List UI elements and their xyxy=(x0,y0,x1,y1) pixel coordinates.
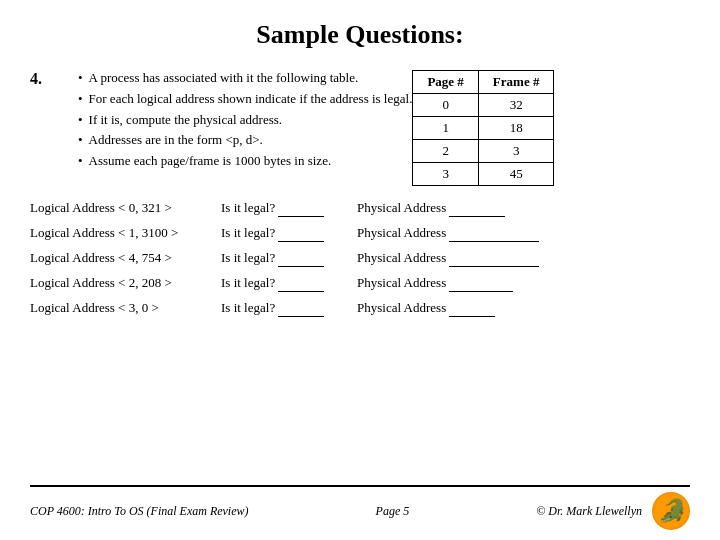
blank-physical-4[interactable] xyxy=(449,300,495,317)
footer-right-group: © Dr. Mark Llewellyn 🐊 xyxy=(536,492,690,530)
qa-row-2: Logical Address < 4, 754 > Is it legal? … xyxy=(30,250,690,267)
qa-row-4: Logical Address < 3, 0 > Is it legal? Ph… xyxy=(30,300,690,317)
blank-legal-0[interactable] xyxy=(278,200,324,217)
bullet-5: Assume each page/frame is 1000 bytes in … xyxy=(78,151,412,172)
bullet-list: A process has associated with it the fol… xyxy=(48,68,412,172)
footer-center: Page 5 xyxy=(376,504,410,519)
logical-1: Logical Address < 1, 3100 > xyxy=(30,225,215,241)
page-frame-table: Page # Frame # 0 32 1 18 2 3 xyxy=(412,70,554,186)
cell-frame-2: 3 xyxy=(478,140,554,163)
bullet-3: If it is, compute the physical address. xyxy=(78,110,412,131)
bullet-1: A process has associated with it the fol… xyxy=(78,68,412,89)
physical-0: Physical Address xyxy=(357,200,505,217)
is-legal-1: Is it legal? xyxy=(221,225,351,242)
page: Sample Questions: 4. A process has assoc… xyxy=(0,0,720,540)
blank-physical-1[interactable] xyxy=(449,225,539,242)
bullet-2: For each logical address shown indicate … xyxy=(78,89,412,110)
col-page: Page # xyxy=(413,71,478,94)
table-section: Page # Frame # 0 32 1 18 2 3 xyxy=(412,68,572,186)
question-number: 4. xyxy=(30,70,42,88)
footer-right: © Dr. Mark Llewellyn xyxy=(536,504,642,519)
question-block: 4. A process has associated with it the … xyxy=(30,68,412,186)
blank-physical-0[interactable] xyxy=(449,200,505,217)
blank-legal-2[interactable] xyxy=(278,250,324,267)
logical-3: Logical Address < 2, 208 > xyxy=(30,275,215,291)
bullet-4: Addresses are in the form <p, d>. xyxy=(78,130,412,151)
blank-legal-1[interactable] xyxy=(278,225,324,242)
is-legal-0: Is it legal? xyxy=(221,200,351,217)
is-legal-4: Is it legal? xyxy=(221,300,351,317)
physical-2: Physical Address xyxy=(357,250,539,267)
cell-frame-3: 45 xyxy=(478,163,554,186)
table-row: 3 45 xyxy=(413,163,554,186)
cell-frame-0: 32 xyxy=(478,94,554,117)
table-row: 1 18 xyxy=(413,117,554,140)
is-legal-3: Is it legal? xyxy=(221,275,351,292)
footer-left: COP 4600: Intro To OS (Final Exam Review… xyxy=(30,504,249,519)
cell-page-2: 2 xyxy=(413,140,478,163)
gator-icon: 🐊 xyxy=(652,492,690,530)
cell-frame-1: 18 xyxy=(478,117,554,140)
logical-2: Logical Address < 4, 754 > xyxy=(30,250,215,266)
qa-row-0: Logical Address < 0, 321 > Is it legal? … xyxy=(30,200,690,217)
cell-page-0: 0 xyxy=(413,94,478,117)
table-row: 2 3 xyxy=(413,140,554,163)
footer: COP 4600: Intro To OS (Final Exam Review… xyxy=(30,485,690,530)
qa-section: Logical Address < 0, 321 > Is it legal? … xyxy=(30,200,690,325)
col-frame: Frame # xyxy=(478,71,554,94)
qa-row-3: Logical Address < 2, 208 > Is it legal? … xyxy=(30,275,690,292)
cell-page-1: 1 xyxy=(413,117,478,140)
blank-physical-2[interactable] xyxy=(449,250,539,267)
page-title: Sample Questions: xyxy=(30,20,690,50)
blank-legal-3[interactable] xyxy=(278,275,324,292)
table-row: 0 32 xyxy=(413,94,554,117)
logical-0: Logical Address < 0, 321 > xyxy=(30,200,215,216)
physical-1: Physical Address xyxy=(357,225,539,242)
physical-4: Physical Address xyxy=(357,300,495,317)
cell-page-3: 3 xyxy=(413,163,478,186)
top-row: 4. A process has associated with it the … xyxy=(30,68,690,186)
qa-row-1: Logical Address < 1, 3100 > Is it legal?… xyxy=(30,225,690,242)
logical-4: Logical Address < 3, 0 > xyxy=(30,300,215,316)
blank-physical-3[interactable] xyxy=(449,275,513,292)
blank-legal-4[interactable] xyxy=(278,300,324,317)
is-legal-2: Is it legal? xyxy=(221,250,351,267)
physical-3: Physical Address xyxy=(357,275,513,292)
